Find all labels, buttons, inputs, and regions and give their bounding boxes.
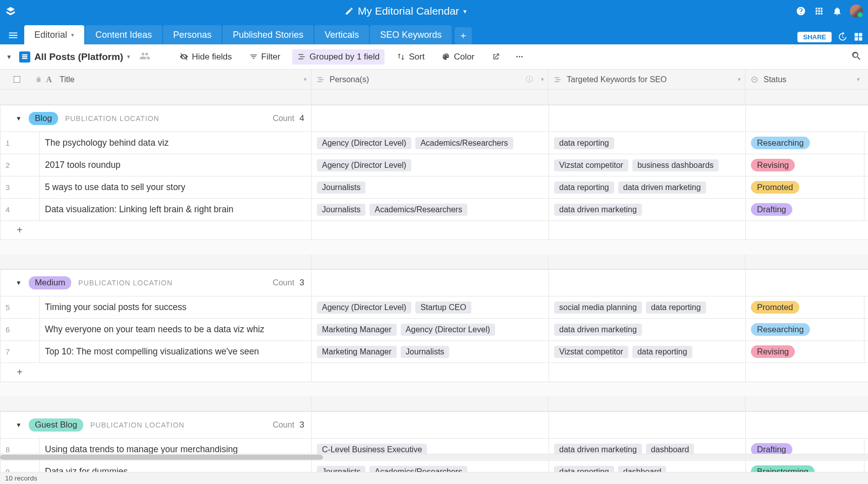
- share-view-button[interactable]: [486, 50, 505, 64]
- cell-title[interactable]: 5 ways to use data to sell your story: [40, 176, 312, 198]
- tab-editorial[interactable]: Editorial▾: [24, 25, 84, 44]
- table-row[interactable]: 6Why everyone on your team needs to be a…: [1, 318, 868, 340]
- blocks-icon[interactable]: [853, 31, 864, 42]
- cell-title[interactable]: The psychology behind data viz: [40, 132, 312, 154]
- chevron-down-icon[interactable]: ▾: [738, 76, 741, 83]
- color-button[interactable]: Color: [437, 49, 479, 65]
- add-record-button[interactable]: +: [1, 221, 312, 239]
- group-pill: Guest Blog: [29, 418, 83, 432]
- info-icon[interactable]: ⓘ: [526, 75, 533, 84]
- cell-persona[interactable]: Journalists: [312, 176, 549, 198]
- cell-status[interactable]: Researching: [746, 132, 864, 154]
- tab-label: SEO Keywords: [380, 30, 442, 40]
- cell-status[interactable]: Drafting: [746, 199, 864, 220]
- table-row[interactable]: 22017 tools roundupAgency (Director Leve…: [1, 154, 868, 176]
- collaborators-icon[interactable]: [139, 50, 150, 63]
- collapse-toggle[interactable]: ▼: [16, 115, 22, 122]
- cell-persona[interactable]: Agency (Director Level): [312, 154, 549, 176]
- cell-title[interactable]: Timing your social posts for success: [40, 296, 312, 318]
- cell-status[interactable]: Researching: [746, 319, 864, 340]
- cell-persona[interactable]: JournalistsAcademics/Researchers: [312, 461, 549, 472]
- sort-button[interactable]: Sort: [392, 49, 429, 65]
- tab-content-ideas[interactable]: Content Ideas: [85, 25, 162, 44]
- cell-persona[interactable]: JournalistsAcademics/Researchers: [312, 199, 549, 220]
- menu-icon[interactable]: [4, 26, 22, 44]
- chevron-down-icon: ▾: [71, 32, 74, 38]
- chevron-down-icon: ▾: [463, 8, 467, 15]
- add-table-button[interactable]: [455, 27, 472, 44]
- cell-title[interactable]: Top 10: The most compelling visualizatio…: [40, 341, 312, 362]
- tab-published-stories[interactable]: Published Stories: [223, 25, 313, 44]
- status-pill: Drafting: [751, 203, 792, 216]
- cell-seo[interactable]: data reportingdata driven marketing: [549, 176, 746, 198]
- table-row[interactable]: 35 ways to use data to sell your storyJo…: [1, 176, 868, 198]
- hide-fields-button[interactable]: Hide fields: [175, 49, 237, 65]
- group-button[interactable]: Grouped by 1 field: [292, 49, 385, 65]
- persona-tag: Academics/Researchers: [369, 466, 467, 472]
- collapse-toggle[interactable]: ▼: [16, 421, 22, 429]
- share-button[interactable]: SHARE: [797, 32, 832, 42]
- select-all-checkbox[interactable]: [14, 76, 21, 83]
- table-row[interactable]: 5Timing your social posts for successAge…: [1, 296, 868, 318]
- group-pill: Medium: [29, 276, 71, 289]
- current-view[interactable]: All Posts (Platform) ▾: [19, 51, 130, 63]
- cell-status[interactable]: Promoted: [746, 176, 864, 198]
- cell-seo[interactable]: data reporting: [549, 132, 746, 154]
- cell-persona[interactable]: Marketing ManagerJournalists: [312, 341, 549, 362]
- status-pill: Revising: [751, 345, 795, 358]
- cell-persona[interactable]: Marketing ManagerAgency (Director Level): [312, 319, 549, 340]
- chevron-down-icon[interactable]: ▾: [857, 76, 860, 83]
- cell-seo[interactable]: social media planningdata reporting: [549, 296, 746, 318]
- collapse-toggle[interactable]: ▼: [16, 279, 22, 286]
- cell-persona[interactable]: Agency (Director Level)Academics/Researc…: [312, 132, 549, 154]
- cell-seo[interactable]: data driven marketing: [549, 319, 746, 340]
- notifications-icon[interactable]: [832, 6, 843, 17]
- app-logo-icon[interactable]: [5, 6, 16, 17]
- search-icon[interactable]: [851, 50, 862, 63]
- tab-label: Verticals: [324, 30, 359, 40]
- history-icon[interactable]: [837, 31, 848, 42]
- tab-label: Published Stories: [233, 30, 303, 40]
- seo-tag: Vizstat competitor: [554, 159, 628, 171]
- apps-grid-icon[interactable]: [813, 6, 825, 17]
- cell-seo[interactable]: Vizstat competitordata reporting: [549, 341, 746, 362]
- cell-status[interactable]: Promoted: [746, 296, 864, 318]
- chevron-down-icon[interactable]: ▾: [304, 76, 307, 83]
- base-title[interactable]: My Editorial Calendar ▾: [345, 5, 467, 17]
- table-row[interactable]: 1The psychology behind data vizAgency (D…: [1, 132, 868, 154]
- cell-seo[interactable]: Vizstat competitorbusiness dashboards: [549, 154, 746, 176]
- cell-seo[interactable]: data driven marketing: [549, 199, 746, 220]
- tab-seo-keywords[interactable]: SEO Keywords: [370, 25, 452, 44]
- scrollbar-thumb[interactable]: [0, 455, 323, 460]
- cell-title[interactable]: Why everyone on your team needs to be a …: [40, 319, 312, 340]
- cell-status[interactable]: Revising: [746, 154, 864, 176]
- column-title[interactable]: Title ▾: [55, 70, 311, 89]
- filter-button[interactable]: Filter: [244, 49, 286, 65]
- help-icon[interactable]: [795, 6, 806, 17]
- more-options-button[interactable]: [512, 50, 527, 64]
- avatar[interactable]: [850, 5, 863, 18]
- cell-status[interactable]: Revising: [746, 341, 864, 362]
- add-record-row: +: [1, 220, 868, 239]
- add-record-button[interactable]: +: [1, 363, 312, 382]
- cell-persona[interactable]: Agency (Director Level)Startup CEO: [312, 296, 549, 318]
- status-pill: Brainstorming: [751, 465, 815, 472]
- views-menu-toggle[interactable]: ▼: [6, 53, 12, 60]
- cell-title[interactable]: 2017 tools roundup: [40, 154, 312, 176]
- cell-status[interactable]: Brainstorming: [746, 461, 864, 472]
- cell-seo[interactable]: data reportingdashboard: [549, 461, 746, 472]
- column-status[interactable]: Status ▾: [745, 70, 864, 89]
- column-persona[interactable]: Persona(s) ⓘ ▾: [311, 70, 549, 89]
- lock-icon: [33, 70, 43, 89]
- column-seo[interactable]: Targeted Keywords for SEO ▾: [549, 70, 745, 89]
- horizontal-scrollbar[interactable]: [0, 454, 868, 460]
- chevron-down-icon[interactable]: ▾: [541, 76, 544, 83]
- cell-title[interactable]: Data visualization: Linking left brain &…: [40, 199, 312, 220]
- tab-verticals[interactable]: Verticals: [314, 25, 369, 44]
- multiselect-icon: [554, 76, 563, 84]
- cell-title[interactable]: Data viz for dummies: [40, 461, 312, 472]
- table-row[interactable]: 7Top 10: The most compelling visualizati…: [1, 340, 868, 362]
- table-row[interactable]: 4Data visualization: Linking left brain …: [1, 198, 868, 220]
- table-row[interactable]: 9Data viz for dummiesJournalistsAcademic…: [1, 460, 868, 472]
- tab-personas[interactable]: Personas: [163, 25, 222, 44]
